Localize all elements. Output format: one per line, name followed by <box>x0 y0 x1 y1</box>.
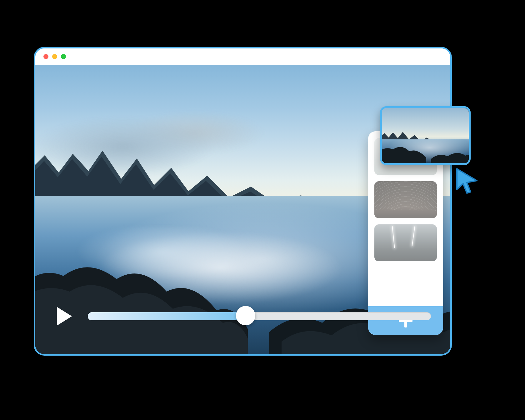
play-button[interactable] <box>55 305 74 327</box>
playlist-item-lightning[interactable] <box>374 224 437 261</box>
window-minimize-button[interactable] <box>52 54 57 59</box>
cursor-icon <box>451 165 481 195</box>
window-close-button[interactable] <box>43 54 48 59</box>
window-titlebar <box>35 48 450 65</box>
player-controls <box>55 305 431 327</box>
playlist-item-selected-landscape[interactable] <box>380 106 471 165</box>
progress-thumb[interactable] <box>236 306 255 325</box>
window-zoom-button[interactable] <box>61 54 66 59</box>
playlist-item-star-trails[interactable] <box>374 181 437 218</box>
progress-bar[interactable] <box>88 312 431 321</box>
foreground-rocks-left <box>35 229 248 354</box>
